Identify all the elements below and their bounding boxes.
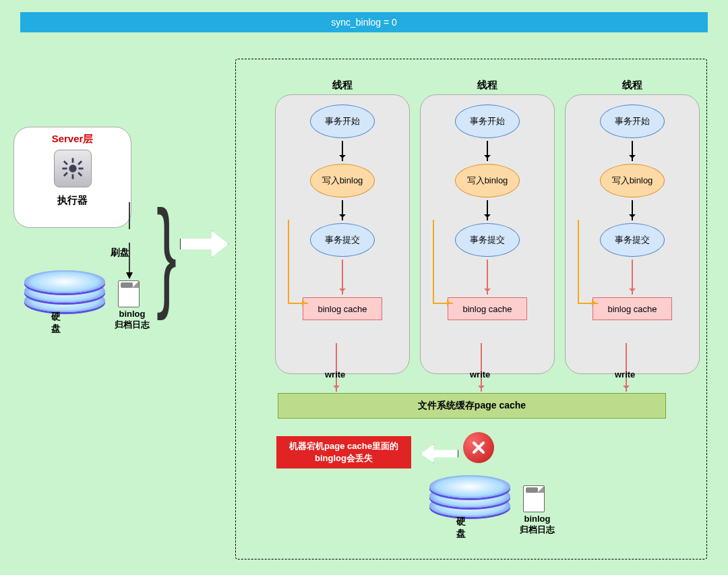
svg-point-0 <box>69 164 76 172</box>
header-bar: sync_binlog = 0 <box>20 12 708 32</box>
svg-rect-7 <box>63 172 67 177</box>
svg-rect-8 <box>78 160 82 165</box>
write-label: write <box>325 369 345 380</box>
svg-rect-2 <box>71 175 73 179</box>
gear-icon <box>54 150 92 187</box>
svg-marker-11 <box>126 272 133 279</box>
binlog-cache-node: binlog cache <box>303 297 382 320</box>
thread-title: 线程 <box>276 79 409 92</box>
side-arrow <box>578 220 598 304</box>
tx-start-node: 事务开始 <box>600 104 665 138</box>
tx-start-node: 事务开始 <box>310 104 375 138</box>
binlog-label: binlog归档日志 <box>517 514 557 536</box>
left-arrow-icon <box>421 444 458 463</box>
thread-col-1: 线程 事务开始 写入binlog 事务提交 binlog cache <box>275 94 410 374</box>
svg-rect-5 <box>63 160 67 165</box>
thread-title: 线程 <box>566 79 699 92</box>
document-icon <box>523 485 545 512</box>
tx-commit-node: 事务提交 <box>455 223 520 257</box>
error-box: 机器宕机page cache里面的binglog会丢失 <box>276 436 411 468</box>
thread-col-3: 线程 事务开始 写入binlog 事务提交 binlog cache <box>565 94 700 374</box>
svg-rect-6 <box>78 172 82 177</box>
binlog-cache-node: binlog cache <box>593 297 672 320</box>
hard-disk-label: 硬盘 <box>51 311 61 335</box>
svg-rect-3 <box>62 168 67 170</box>
thread-col-2: 线程 事务开始 写入binlog 事务提交 binlog cache <box>420 94 555 374</box>
executor-label: 执行器 <box>57 194 88 207</box>
side-arrow <box>433 220 453 304</box>
svg-rect-1 <box>71 158 73 162</box>
binlog-cache-node: binlog cache <box>448 297 527 320</box>
dashed-container: 线程 事务开始 写入binlog 事务提交 binlog cache 线程 事务… <box>235 59 707 559</box>
write-binlog-node: 写入binlog <box>455 164 520 198</box>
brace-icon: } <box>156 193 163 314</box>
server-title: Server层 <box>52 133 94 146</box>
flush-arrow <box>123 202 136 283</box>
tx-commit-node: 事务提交 <box>310 223 375 257</box>
binlog-label: binlog归档日志 <box>112 309 152 331</box>
tx-commit-node: 事务提交 <box>600 223 665 257</box>
server-box: Server层 执行器 <box>13 127 131 228</box>
write-label: write <box>615 369 635 380</box>
flush-label: 刷盘 <box>111 247 129 259</box>
svg-rect-4 <box>78 168 83 170</box>
document-icon <box>118 280 140 307</box>
write-label: write <box>470 369 490 380</box>
side-arrow <box>288 220 308 304</box>
error-x-icon <box>463 432 494 463</box>
tx-start-node: 事务开始 <box>455 104 520 138</box>
hard-disk-label: 硬盘 <box>456 516 466 540</box>
write-binlog-node: 写入binlog <box>600 164 665 198</box>
thread-title: 线程 <box>421 79 554 92</box>
write-binlog-node: 写入binlog <box>310 164 375 198</box>
big-arrow-right <box>180 231 229 258</box>
pagecache-box: 文件系统缓存page cache <box>278 393 666 419</box>
